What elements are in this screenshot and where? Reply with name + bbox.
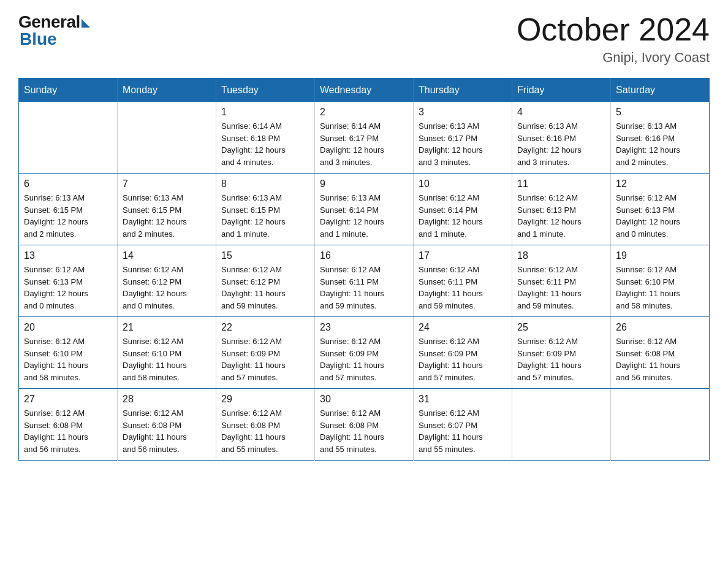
day-number: 12 [616, 178, 704, 190]
calendar-cell: 23Sunrise: 6:12 AMSunset: 6:09 PMDayligh… [315, 317, 414, 389]
calendar-cell: 1Sunrise: 6:14 AMSunset: 6:18 PMDaylight… [216, 102, 315, 174]
calendar-cell: 3Sunrise: 6:13 AMSunset: 6:17 PMDaylight… [414, 102, 512, 174]
day-info: Sunrise: 6:12 AMSunset: 6:10 PMDaylight:… [24, 335, 112, 383]
day-info: Sunrise: 6:14 AMSunset: 6:18 PMDaylight:… [221, 120, 309, 168]
header-sunday: Sunday [19, 79, 118, 102]
month-title: October 2024 [517, 12, 710, 47]
day-info: Sunrise: 6:12 AMSunset: 6:09 PMDaylight:… [221, 335, 309, 383]
day-number: 16 [320, 250, 408, 261]
calendar-table: SundayMondayTuesdayWednesdayThursdayFrid… [18, 78, 710, 461]
header-friday: Friday [512, 79, 611, 102]
day-number: 20 [24, 322, 112, 333]
day-number: 6 [24, 178, 112, 190]
day-info: Sunrise: 6:12 AMSunset: 6:12 PMDaylight:… [221, 264, 309, 312]
calendar-cell: 26Sunrise: 6:12 AMSunset: 6:08 PMDayligh… [611, 317, 710, 389]
logo: General Blue [18, 12, 90, 49]
day-number: 5 [616, 107, 704, 118]
day-number: 13 [24, 250, 112, 261]
day-number: 11 [517, 178, 605, 190]
calendar-cell: 15Sunrise: 6:12 AMSunset: 6:12 PMDayligh… [216, 245, 315, 317]
calendar-cell: 8Sunrise: 6:13 AMSunset: 6:15 PMDaylight… [216, 174, 315, 245]
day-info: Sunrise: 6:12 AMSunset: 6:07 PMDaylight:… [419, 407, 507, 455]
location: Gnipi, Ivory Coast [517, 50, 710, 66]
calendar-cell: 14Sunrise: 6:12 AMSunset: 6:12 PMDayligh… [118, 245, 216, 317]
day-number: 26 [616, 322, 704, 333]
day-info: Sunrise: 6:12 AMSunset: 6:10 PMDaylight:… [123, 335, 211, 383]
calendar-cell: 12Sunrise: 6:12 AMSunset: 6:13 PMDayligh… [611, 174, 710, 245]
day-info: Sunrise: 6:12 AMSunset: 6:10 PMDaylight:… [616, 264, 704, 312]
day-info: Sunrise: 6:13 AMSunset: 6:17 PMDaylight:… [419, 120, 507, 168]
day-info: Sunrise: 6:12 AMSunset: 6:08 PMDaylight:… [123, 407, 211, 455]
title-area: October 2024 Gnipi, Ivory Coast [517, 12, 710, 66]
week-row-0: 1Sunrise: 6:14 AMSunset: 6:18 PMDaylight… [19, 102, 710, 174]
day-number: 28 [123, 394, 211, 405]
day-info: Sunrise: 6:12 AMSunset: 6:09 PMDaylight:… [320, 335, 408, 383]
day-number: 30 [320, 394, 408, 405]
day-number: 17 [419, 250, 507, 261]
day-info: Sunrise: 6:13 AMSunset: 6:16 PMDaylight:… [616, 120, 704, 168]
logo-arrow-icon [82, 19, 90, 28]
calendar-cell [19, 102, 118, 174]
day-number: 24 [419, 322, 507, 333]
calendar-cell: 18Sunrise: 6:12 AMSunset: 6:11 PMDayligh… [512, 245, 611, 317]
header-saturday: Saturday [611, 79, 710, 102]
day-info: Sunrise: 6:12 AMSunset: 6:08 PMDaylight:… [320, 407, 408, 455]
calendar-cell: 2Sunrise: 6:14 AMSunset: 6:17 PMDaylight… [315, 102, 414, 174]
day-number: 23 [320, 322, 408, 333]
calendar-cell: 5Sunrise: 6:13 AMSunset: 6:16 PMDaylight… [611, 102, 710, 174]
day-number: 8 [221, 178, 309, 190]
day-info: Sunrise: 6:13 AMSunset: 6:15 PMDaylight:… [221, 192, 309, 240]
header-tuesday: Tuesday [216, 79, 315, 102]
day-number: 31 [419, 394, 507, 405]
calendar-cell: 9Sunrise: 6:13 AMSunset: 6:14 PMDaylight… [315, 174, 414, 245]
calendar-cell: 28Sunrise: 6:12 AMSunset: 6:08 PMDayligh… [118, 389, 216, 461]
day-number: 18 [517, 250, 605, 261]
day-number: 10 [419, 178, 507, 190]
calendar-cell: 20Sunrise: 6:12 AMSunset: 6:10 PMDayligh… [19, 317, 118, 389]
day-info: Sunrise: 6:13 AMSunset: 6:16 PMDaylight:… [517, 120, 605, 168]
day-info: Sunrise: 6:12 AMSunset: 6:11 PMDaylight:… [419, 264, 507, 312]
day-info: Sunrise: 6:13 AMSunset: 6:15 PMDaylight:… [123, 192, 211, 240]
calendar-cell: 10Sunrise: 6:12 AMSunset: 6:14 PMDayligh… [414, 174, 512, 245]
day-info: Sunrise: 6:12 AMSunset: 6:13 PMDaylight:… [616, 192, 704, 240]
day-info: Sunrise: 6:13 AMSunset: 6:14 PMDaylight:… [320, 192, 408, 240]
week-row-3: 20Sunrise: 6:12 AMSunset: 6:10 PMDayligh… [19, 317, 710, 389]
day-info: Sunrise: 6:12 AMSunset: 6:13 PMDaylight:… [24, 264, 112, 312]
day-number: 29 [221, 394, 309, 405]
day-info: Sunrise: 6:12 AMSunset: 6:08 PMDaylight:… [616, 335, 704, 383]
calendar-cell: 31Sunrise: 6:12 AMSunset: 6:07 PMDayligh… [414, 389, 512, 461]
calendar-cell: 27Sunrise: 6:12 AMSunset: 6:08 PMDayligh… [19, 389, 118, 461]
calendar-cell: 25Sunrise: 6:12 AMSunset: 6:09 PMDayligh… [512, 317, 611, 389]
day-info: Sunrise: 6:12 AMSunset: 6:12 PMDaylight:… [123, 264, 211, 312]
day-info: Sunrise: 6:12 AMSunset: 6:08 PMDaylight:… [221, 407, 309, 455]
day-number: 14 [123, 250, 211, 261]
day-number: 9 [320, 178, 408, 190]
header-wednesday: Wednesday [315, 79, 414, 102]
calendar-cell: 24Sunrise: 6:12 AMSunset: 6:09 PMDayligh… [414, 317, 512, 389]
calendar-cell: 29Sunrise: 6:12 AMSunset: 6:08 PMDayligh… [216, 389, 315, 461]
header-row: SundayMondayTuesdayWednesdayThursdayFrid… [19, 79, 710, 102]
calendar-cell: 6Sunrise: 6:13 AMSunset: 6:15 PMDaylight… [19, 174, 118, 245]
calendar-cell: 11Sunrise: 6:12 AMSunset: 6:13 PMDayligh… [512, 174, 611, 245]
day-info: Sunrise: 6:13 AMSunset: 6:15 PMDaylight:… [24, 192, 112, 240]
day-number: 7 [123, 178, 211, 190]
calendar-cell: 7Sunrise: 6:13 AMSunset: 6:15 PMDaylight… [118, 174, 216, 245]
day-number: 22 [221, 322, 309, 333]
page-header: General Blue October 2024 Gnipi, Ivory C… [18, 12, 710, 66]
day-info: Sunrise: 6:12 AMSunset: 6:14 PMDaylight:… [419, 192, 507, 240]
day-number: 4 [517, 107, 605, 118]
calendar-cell: 21Sunrise: 6:12 AMSunset: 6:10 PMDayligh… [118, 317, 216, 389]
day-info: Sunrise: 6:12 AMSunset: 6:11 PMDaylight:… [320, 264, 408, 312]
day-number: 1 [221, 107, 309, 118]
day-info: Sunrise: 6:12 AMSunset: 6:09 PMDaylight:… [419, 335, 507, 383]
week-row-2: 13Sunrise: 6:12 AMSunset: 6:13 PMDayligh… [19, 245, 710, 317]
calendar-cell: 16Sunrise: 6:12 AMSunset: 6:11 PMDayligh… [315, 245, 414, 317]
calendar-cell: 19Sunrise: 6:12 AMSunset: 6:10 PMDayligh… [611, 245, 710, 317]
logo-blue-text: Blue [20, 29, 57, 49]
day-number: 27 [24, 394, 112, 405]
day-number: 25 [517, 322, 605, 333]
week-row-4: 27Sunrise: 6:12 AMSunset: 6:08 PMDayligh… [19, 389, 710, 461]
day-number: 19 [616, 250, 704, 261]
day-number: 3 [419, 107, 507, 118]
day-info: Sunrise: 6:12 AMSunset: 6:08 PMDaylight:… [24, 407, 112, 455]
